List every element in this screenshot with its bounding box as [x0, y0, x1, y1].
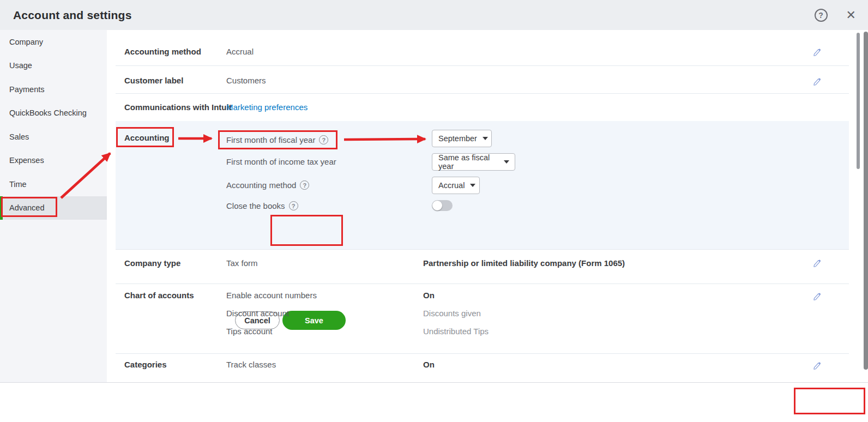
field-name-tips-account: Tips account [226, 327, 273, 336]
chevron-down-icon [470, 184, 475, 187]
sidebar-item-label: Usage [9, 61, 32, 70]
sidebar-item-time[interactable]: Time [0, 172, 107, 196]
row-label-accounting-method: Accounting method [124, 47, 201, 56]
field-label-close-books: Close the books ? [226, 201, 298, 210]
row-label-company-type: Company type [124, 258, 180, 268]
field-label-text: Accounting method [226, 180, 296, 190]
row-value-customer-label: Customers [226, 76, 266, 85]
row-label-chart-of-accounts: Chart of accounts [124, 291, 194, 300]
field-value-discount-account: Discounts given [423, 309, 481, 318]
field-label-text: Close the books [226, 201, 285, 210]
field-label-text: First month of fiscal year [226, 135, 315, 144]
sidebar-item-sales[interactable]: Sales [0, 125, 107, 149]
edit-pencil-icon[interactable] [812, 258, 822, 267]
field-label-text: First month of income tax year [226, 157, 336, 166]
field-value-track-classes: On [423, 360, 435, 369]
accounting-edit-panel: Accounting First month of fiscal year ? … [116, 121, 849, 249]
dialog-header: Account and settings ? ✕ [0, 0, 868, 30]
field-value-enable-account-numbers: On [423, 291, 435, 300]
sidebar-item-expenses[interactable]: Expenses [0, 149, 107, 173]
help-icon[interactable]: ? [815, 9, 828, 22]
page-scrollbar-thumb[interactable] [864, 32, 868, 370]
settings-content: Accounting method Accrual Customer label… [107, 30, 868, 382]
content-scrollbar-thumb[interactable] [857, 33, 860, 169]
dropdown-value: Same as fiscal year [438, 153, 498, 171]
tax-month-dropdown[interactable]: Same as fiscal year [432, 153, 515, 171]
section-label-accounting: Accounting [124, 133, 170, 142]
row-divider [116, 284, 849, 284]
field-label-tax-month: First month of income tax year [226, 157, 336, 166]
field-name-enable-account-numbers: Enable account numbers [226, 291, 317, 300]
dropdown-value: September [438, 134, 477, 143]
row-label-customer-label: Customer label [124, 76, 183, 85]
sidebar-item-label: Sales [9, 132, 29, 141]
sidebar-item-company[interactable]: Company [0, 30, 107, 54]
sidebar-item-label: QuickBooks Checking [9, 108, 87, 117]
sidebar-item-usage[interactable]: Usage [0, 54, 107, 78]
row-divider [116, 65, 849, 66]
field-label-fiscal-month: First month of fiscal year ? [226, 135, 328, 144]
dialog-footer: Done [0, 382, 868, 422]
row-value-accounting-method: Accrual [226, 47, 254, 56]
row-value-tax-form: Partnership or limited liability company… [423, 258, 625, 268]
sidebar-item-label: Expenses [9, 156, 44, 165]
sidebar-item-label: Time [9, 180, 27, 189]
edit-pencil-icon[interactable] [812, 76, 822, 86]
sidebar-item-quickbooks-checking[interactable]: QuickBooks Checking [0, 101, 107, 125]
chevron-down-icon [504, 160, 509, 164]
field-value-tips-account: Undistributed Tips [423, 327, 489, 336]
help-icon[interactable]: ? [319, 135, 328, 144]
marketing-preferences-link[interactable]: Marketing preferences [226, 103, 308, 112]
save-button[interactable]: Save [282, 311, 346, 330]
edit-pencil-icon[interactable] [812, 291, 822, 300]
field-name-track-classes: Track classes [226, 360, 276, 369]
accounting-method-dropdown[interactable]: Accrual [432, 177, 480, 194]
field-name-discount-account: Discount account [226, 309, 289, 318]
field-label-accounting-method: Accounting method ? [226, 180, 309, 190]
sidebar-item-advanced[interactable]: Advanced [0, 196, 107, 220]
page-title: Account and settings [13, 9, 132, 22]
sidebar-item-payments[interactable]: Payments [0, 77, 107, 101]
row-label-communications: Communications with Intuit [124, 103, 232, 112]
row-divider [116, 353, 849, 354]
row-label-categories: Categories [124, 360, 167, 369]
sidebar-item-label: Advanced [9, 203, 45, 212]
help-icon[interactable]: ? [300, 180, 309, 190]
field-name-tax-form: Tax form [226, 258, 258, 268]
dropdown-value: Accrual [438, 181, 465, 190]
row-divider [116, 93, 849, 94]
close-books-toggle[interactable] [432, 200, 453, 211]
fiscal-month-dropdown[interactable]: September [432, 130, 492, 147]
edit-pencil-icon[interactable] [812, 47, 822, 56]
help-icon[interactable]: ? [289, 201, 298, 210]
sidebar-item-label: Payments [9, 85, 44, 94]
chevron-down-icon [483, 137, 488, 140]
section-divider [116, 249, 849, 250]
close-icon[interactable]: ✕ [846, 9, 856, 21]
toggle-knob [432, 201, 442, 210]
sidebar-item-label: Company [9, 38, 43, 46]
account-settings-dialog: Account and settings ? ✕ Company Usage P… [0, 0, 868, 422]
edit-pencil-icon[interactable] [812, 360, 822, 370]
settings-sidebar: Company Usage Payments QuickBooks Checki… [0, 30, 107, 382]
